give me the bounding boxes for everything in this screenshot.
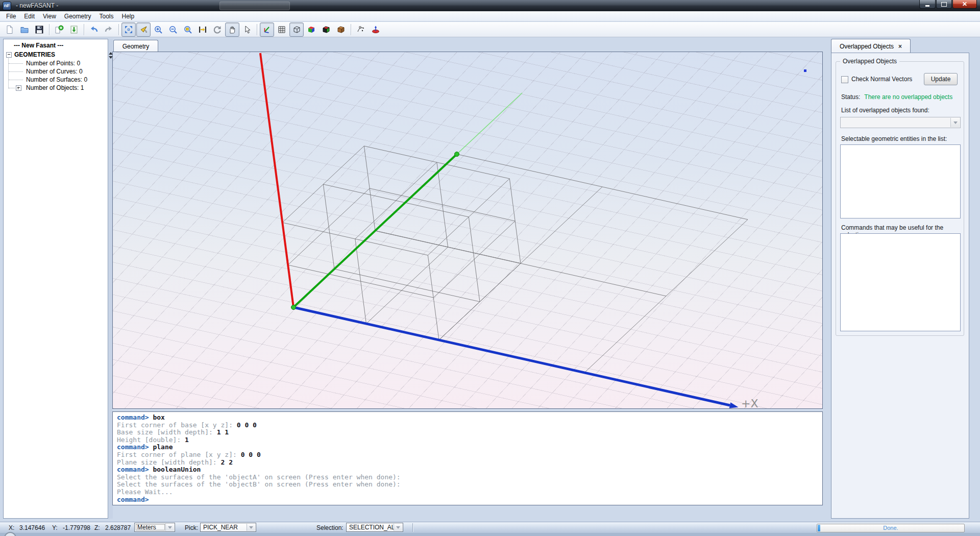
coord-y-label: Y: <box>52 524 58 531</box>
console-line: command> booleanUnion <box>117 466 818 474</box>
solid-view-button[interactable] <box>304 22 318 37</box>
zoom-out-button[interactable] <box>166 22 180 37</box>
viewport-canvas[interactable]: +X <box>113 52 822 408</box>
pan-hand-button[interactable] <box>225 22 239 37</box>
entities-listbox[interactable] <box>840 144 961 218</box>
grid-icon <box>277 25 286 34</box>
status-bar: X: 3.147646 Y: -1.779798 Z: 2.628787 Met… <box>0 522 980 533</box>
window-title: - newFASANT - <box>16 2 58 9</box>
toolbar-separator <box>118 24 119 35</box>
coord-z-value: 2.628787 <box>105 524 131 531</box>
title-bar: nF - newFASANT - ✕ <box>0 0 980 11</box>
surface-normals-button[interactable] <box>369 22 383 37</box>
tree-item-label: Number of Objects: 1 <box>26 84 84 91</box>
tree-root-label: GEOMETRIES <box>14 51 55 58</box>
wireframe-view-button[interactable] <box>289 22 304 37</box>
maximize-icon <box>941 2 947 7</box>
coord-x-value: 3.147646 <box>19 524 45 531</box>
selection-label: Selection: <box>316 524 344 531</box>
update-button[interactable]: Update <box>924 73 958 85</box>
wireframe-cube-icon <box>292 25 301 34</box>
open-file-button[interactable] <box>17 22 32 37</box>
menu-help[interactable]: Help <box>118 12 139 21</box>
background-window-caption <box>219 2 290 10</box>
console-line: Please Wait... <box>117 489 818 496</box>
align-view-button[interactable] <box>195 22 210 37</box>
menu-bar: File Edit View Geometry Tools Help <box>0 11 980 21</box>
textured-view-button[interactable] <box>334 22 348 37</box>
import-button[interactable] <box>67 22 81 37</box>
zoom-in-button[interactable] <box>151 22 165 37</box>
console-line: Height [double]: 1 <box>117 436 818 444</box>
tab-overlapped-objects[interactable]: Overlapped Objects × <box>831 39 911 53</box>
console-input-line[interactable]: command> <box>117 496 818 504</box>
tree-root-geometries[interactable]: GEOMETRIES <box>4 51 108 59</box>
curve-tool-icon <box>356 25 365 34</box>
group-title: Overlapped Objects <box>840 58 899 65</box>
tab-close-icon[interactable]: × <box>898 43 902 50</box>
coord-y-value: -1.779798 <box>63 524 90 531</box>
console-line: command> plane <box>117 444 818 451</box>
menu-geometry[interactable]: Geometry <box>60 12 95 21</box>
toolbar-separator <box>351 24 352 35</box>
command-console[interactable]: command> box First corner of base [x y z… <box>112 411 823 505</box>
console-line: Select the surfaces of the 'objectB' on … <box>117 481 818 489</box>
maximize-button[interactable] <box>936 0 952 9</box>
status-label: Status: <box>841 93 860 101</box>
save-button[interactable] <box>32 22 46 37</box>
zoom-window-button[interactable] <box>181 22 195 37</box>
close-button[interactable]: ✕ <box>952 0 977 9</box>
menu-edit[interactable]: Edit <box>20 12 39 21</box>
check-normal-vectors-checkbox[interactable] <box>841 76 848 83</box>
toolbar-separator <box>84 24 85 35</box>
menu-view[interactable]: View <box>39 12 60 21</box>
progress-bar: Done. <box>817 524 965 532</box>
redo-button[interactable] <box>102 22 116 37</box>
pointer-button[interactable] <box>240 22 254 37</box>
new-project-button[interactable] <box>52 22 66 37</box>
rotate-view-button[interactable] <box>210 22 225 37</box>
undo-button[interactable] <box>87 22 101 37</box>
rotate-view-icon <box>213 25 222 34</box>
window-controls: ✕ <box>919 0 977 9</box>
tab-geometry[interactable]: Geometry <box>113 40 158 53</box>
pen-tool-icon <box>139 25 148 34</box>
curve-tool-button[interactable] <box>354 22 368 37</box>
show-axes-button[interactable] <box>260 22 274 37</box>
console-line: First corner of plane [x y z]: 0 0 0 <box>117 451 818 459</box>
pick-dropdown[interactable]: PICK_NEAR <box>200 523 256 532</box>
pen-tool-button[interactable] <box>136 22 151 37</box>
collapse-icon[interactable] <box>6 52 12 58</box>
solid-edges-view-button[interactable] <box>319 22 333 37</box>
minimize-button[interactable] <box>919 0 936 9</box>
overlapped-list-label: List of overlapped objects found: <box>841 107 929 114</box>
save-icon <box>35 25 44 34</box>
chevron-down-icon <box>165 524 174 531</box>
selection-dropdown[interactable]: SELECTION_ALL <box>346 523 403 532</box>
fit-view-icon <box>124 25 133 34</box>
menu-tools[interactable]: Tools <box>95 12 118 21</box>
tree-item-points[interactable]: Number of Points: 0 <box>4 59 108 67</box>
expand-icon[interactable] <box>16 85 21 91</box>
overlapped-objects-dropdown[interactable] <box>840 117 961 128</box>
menu-file[interactable]: File <box>2 12 20 21</box>
units-dropdown[interactable]: Meters <box>134 523 175 532</box>
tree-item-surfaces[interactable]: Number of Surfaces: 0 <box>4 76 108 84</box>
project-title: --- New Fasant --- <box>4 39 108 51</box>
app-logo-icon: nF <box>3 2 11 10</box>
chevron-down-icon <box>394 524 402 531</box>
pick-value: PICK_NEAR <box>203 524 238 531</box>
new-file-button[interactable] <box>3 22 17 37</box>
commands-listbox[interactable] <box>840 233 961 331</box>
new-geometry-icon <box>55 25 64 34</box>
undo-icon <box>89 25 99 34</box>
toolbar <box>0 22 980 37</box>
progress-text: Done. <box>817 525 964 531</box>
zoom-window-icon <box>183 25 192 34</box>
check-normal-vectors-label: Check Normal Vectors <box>851 76 912 83</box>
tree-item-objects[interactable]: Number of Objects: 1 <box>4 84 108 92</box>
align-view-icon <box>198 25 207 34</box>
fit-view-button[interactable] <box>121 22 136 37</box>
tree-item-curves[interactable]: Number of Curves: 0 <box>4 67 108 76</box>
show-grid-button[interactable] <box>275 22 289 37</box>
